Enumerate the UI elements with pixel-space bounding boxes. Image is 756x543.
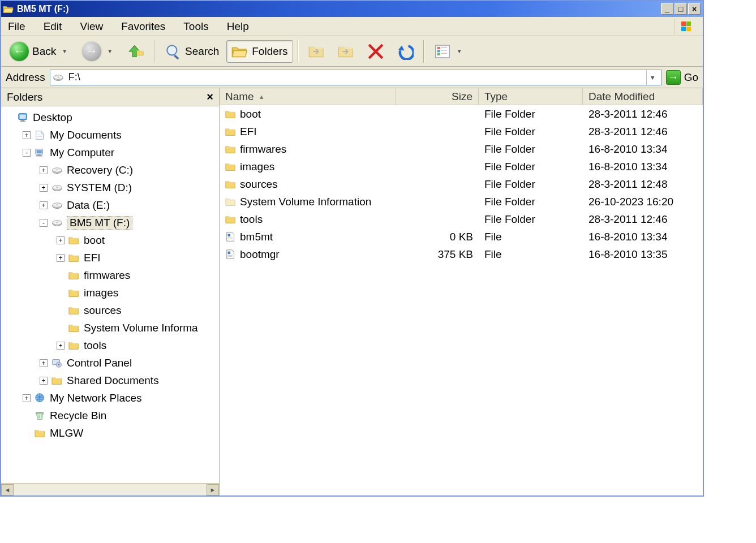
- drive-icon: [53, 72, 64, 83]
- folder-icon: [68, 287, 80, 299]
- tree-item[interactable]: +SYSTEM (D:): [1, 179, 219, 196]
- folders-pane-header: Folders ×: [1, 88, 219, 106]
- moveto-button[interactable]: [303, 40, 330, 63]
- tree-item[interactable]: Recycle Bin: [1, 407, 219, 424]
- address-input[interactable]: [67, 71, 643, 84]
- tree-item[interactable]: firmwares: [1, 266, 219, 284]
- tree-item-label: firmwares: [84, 269, 130, 282]
- tree-item[interactable]: +boot: [1, 231, 219, 249]
- column-headers: Name▲ Size Type Date Modified: [220, 88, 703, 105]
- col-size[interactable]: Size: [396, 88, 479, 105]
- views-button[interactable]: ▼: [429, 40, 470, 63]
- go-label: Go: [684, 71, 698, 84]
- drive-icon: [51, 217, 63, 229]
- file-row[interactable]: sourcesFile Folder28-3-2011 12:48: [220, 175, 703, 193]
- menu-help[interactable]: Help: [226, 19, 250, 34]
- forward-button[interactable]: → ▼: [77, 40, 120, 63]
- file-type: File Folder: [479, 196, 583, 208]
- file-row[interactable]: EFIFile Folder28-3-2011 12:46: [220, 123, 703, 140]
- expand-toggle[interactable]: +: [57, 236, 65, 244]
- copyto-icon: [338, 43, 355, 60]
- folder-icon: [51, 374, 63, 387]
- tree-item[interactable]: images: [1, 284, 219, 301]
- tree-item[interactable]: +EFI: [1, 249, 219, 266]
- up-button[interactable]: [122, 40, 149, 63]
- go-icon: →: [666, 70, 681, 85]
- menu-file[interactable]: File: [7, 19, 27, 34]
- expand-toggle[interactable]: +: [40, 359, 48, 367]
- scroll-right-button[interactable]: ►: [207, 484, 219, 495]
- expand-toggle[interactable]: +: [23, 394, 31, 402]
- scroll-track[interactable]: [14, 484, 207, 495]
- tree-item-label: Recovery (C:): [67, 164, 133, 176]
- copyto-button[interactable]: [333, 40, 360, 63]
- delete-button[interactable]: [362, 40, 389, 63]
- folder-tree[interactable]: Desktop+My Documents-My Computer+Recover…: [1, 106, 219, 483]
- forward-dropdown-icon[interactable]: ▼: [105, 48, 115, 54]
- close-button[interactable]: ×: [688, 3, 701, 15]
- tree-h-scrollbar[interactable]: ◄ ►: [1, 483, 219, 495]
- undo-button[interactable]: [392, 40, 419, 63]
- menu-tools[interactable]: Tools: [182, 19, 209, 34]
- file-row[interactable]: bootFile Folder28-3-2011 12:46: [220, 105, 703, 123]
- scroll-left-button[interactable]: ◄: [1, 484, 14, 495]
- folder-icon: [225, 109, 237, 120]
- expand-toggle[interactable]: +: [23, 131, 31, 139]
- tree-item-label: System Volume Informa: [84, 322, 198, 334]
- tree-item[interactable]: +Recovery (C:): [1, 161, 219, 179]
- tree-item[interactable]: +Shared Documents: [1, 372, 219, 389]
- file-row[interactable]: imagesFile Folder16-8-2010 13:34: [220, 158, 703, 175]
- tree-item[interactable]: +Data (E:): [1, 196, 219, 214]
- menu-favorites[interactable]: Favorites: [120, 19, 166, 34]
- tree-item[interactable]: +Control Panel: [1, 354, 219, 372]
- tree-item[interactable]: -BM5 MT (F:): [1, 214, 219, 231]
- expand-toggle[interactable]: +: [40, 184, 48, 192]
- tree-item[interactable]: Desktop: [1, 109, 219, 126]
- col-type[interactable]: Type: [479, 88, 583, 105]
- tree-item[interactable]: -My Computer: [1, 144, 219, 161]
- expand-toggle[interactable]: +: [57, 342, 65, 350]
- drive-icon: [51, 182, 63, 194]
- file-row[interactable]: bootmgr375 KBFile16-8-2010 13:35: [220, 245, 703, 263]
- file-row[interactable]: bm5mt0 KBFile16-8-2010 13:34: [220, 228, 703, 245]
- expand-toggle[interactable]: -: [40, 219, 48, 227]
- tree-item-label: EFI: [84, 252, 101, 264]
- views-dropdown-icon[interactable]: ▼: [454, 48, 465, 54]
- expand-toggle[interactable]: +: [40, 166, 48, 174]
- col-name[interactable]: Name▲: [220, 88, 396, 105]
- tree-item[interactable]: System Volume Informa: [1, 319, 219, 337]
- back-dropdown-icon[interactable]: ▼: [59, 48, 70, 54]
- address-dropdown-icon[interactable]: ▼: [646, 70, 659, 85]
- search-button[interactable]: Search: [160, 40, 224, 63]
- file-row[interactable]: firmwaresFile Folder16-8-2010 13:34: [220, 140, 703, 158]
- tree-item[interactable]: MLGW: [1, 424, 219, 442]
- file-row[interactable]: System Volume InformationFile Folder26-1…: [220, 193, 703, 210]
- minimize-button[interactable]: _: [661, 3, 673, 15]
- windows-flag-icon[interactable]: [675, 19, 697, 35]
- title-bar[interactable]: BM5 MT (F:) _ □ ×: [1, 1, 703, 17]
- col-date[interactable]: Date Modified: [583, 88, 703, 105]
- expand-toggle[interactable]: +: [40, 377, 48, 385]
- tree-item-label: My Documents: [50, 129, 122, 141]
- folder-icon: [34, 427, 46, 439]
- tree-item[interactable]: +My Documents: [1, 126, 219, 144]
- file-type: File: [479, 231, 583, 243]
- tree-item[interactable]: +tools: [1, 337, 219, 354]
- expand-toggle[interactable]: +: [40, 201, 48, 209]
- tree-item[interactable]: sources: [1, 301, 219, 319]
- up-icon: [127, 43, 144, 60]
- menu-view[interactable]: View: [79, 19, 104, 34]
- maximize-button[interactable]: □: [675, 3, 687, 15]
- folder-icon: [225, 214, 237, 225]
- file-row[interactable]: toolsFile Folder28-3-2011 12:46: [220, 210, 703, 228]
- cpanel-icon: [51, 357, 63, 369]
- expand-toggle[interactable]: -: [23, 149, 31, 157]
- menu-edit[interactable]: Edit: [42, 19, 63, 34]
- folders-button[interactable]: Folders: [226, 40, 293, 63]
- back-button[interactable]: ← Back ▼: [5, 40, 75, 63]
- expand-toggle[interactable]: +: [57, 254, 65, 262]
- tree-item[interactable]: +My Network Places: [1, 389, 219, 407]
- address-field[interactable]: ▼: [50, 70, 662, 85]
- folders-pane-close-icon[interactable]: ×: [207, 90, 213, 104]
- go-button[interactable]: → Go: [666, 70, 698, 85]
